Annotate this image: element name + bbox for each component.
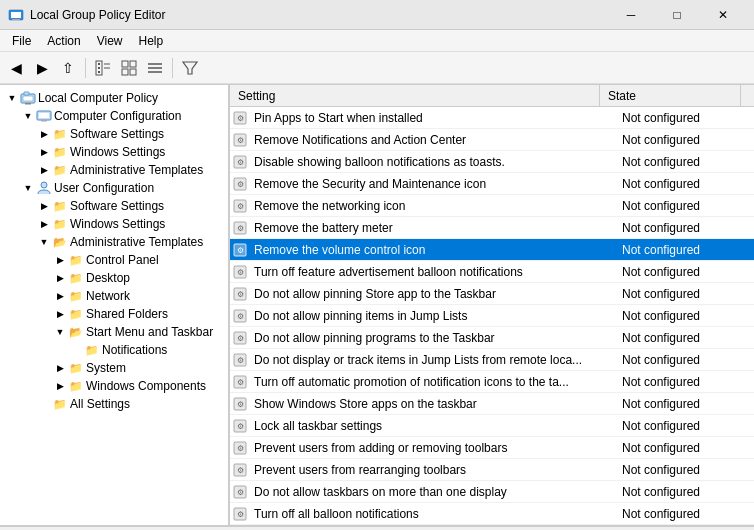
row-policy-icon: ⚙ [230, 353, 250, 367]
filter-button[interactable] [178, 56, 202, 80]
table-row[interactable]: ⚙Turn off feature advertisement balloon … [230, 261, 754, 283]
tree-windows-components[interactable]: ▶ 📁 Windows Components [0, 377, 228, 395]
table-row[interactable]: ⚙Remove the volume control iconNot confi… [230, 239, 754, 261]
row-policy-icon: ⚙ [230, 507, 250, 521]
maximize-button[interactable]: □ [654, 0, 700, 30]
svg-text:⚙: ⚙ [237, 422, 244, 431]
view2-button[interactable] [143, 56, 167, 80]
uc-expand[interactable]: ▼ [20, 180, 36, 196]
tree-shared-folders[interactable]: ▶ 📁 Shared Folders [0, 305, 228, 323]
sys-expand[interactable]: ▶ [52, 360, 68, 376]
svg-rect-2 [12, 19, 20, 20]
svg-text:⚙: ⚙ [237, 466, 244, 475]
menubar: File Action View Help [0, 30, 754, 52]
row-state-text: Not configured [614, 111, 754, 125]
window-controls[interactable]: ─ □ ✕ [608, 0, 746, 30]
svg-text:⚙: ⚙ [237, 246, 244, 255]
show-hide-button[interactable] [91, 56, 115, 80]
smt-expand[interactable]: ▼ [52, 324, 68, 340]
table-row[interactable]: ⚙Remove the Security and Maintenance ico… [230, 173, 754, 195]
table-row[interactable]: ⚙Show Windows Store apps on the taskbarN… [230, 393, 754, 415]
svg-point-24 [41, 182, 47, 188]
tree-panel[interactable]: ▼ Local Computer Policy ▼ Computer Confi… [0, 85, 230, 525]
ws2-expand[interactable]: ▶ [36, 216, 52, 232]
notif-expand[interactable] [68, 342, 84, 358]
table-row[interactable]: ⚙Pin Apps to Start when installedNot con… [230, 107, 754, 129]
tree-all-settings[interactable]: 📁 All Settings [0, 395, 228, 413]
table-row[interactable]: ⚙Do not allow taskbars on more than one … [230, 481, 754, 503]
forward-button[interactable]: ▶ [30, 56, 54, 80]
dt-expand[interactable]: ▶ [52, 270, 68, 286]
table-row[interactable]: ⚙Prevent users from adding or removing t… [230, 437, 754, 459]
menu-help[interactable]: Help [131, 32, 172, 50]
row-state-text: Not configured [614, 419, 754, 433]
menu-view[interactable]: View [89, 32, 131, 50]
col-setting-header[interactable]: Setting [230, 85, 600, 106]
view1-button[interactable] [117, 56, 141, 80]
ss-expand[interactable]: ▶ [36, 126, 52, 142]
tree-notifications[interactable]: 📁 Notifications [0, 341, 228, 359]
tree-user-config[interactable]: ▼ User Configuration [0, 179, 228, 197]
table-row[interactable]: ⚙Do not allow pinning programs to the Ta… [230, 327, 754, 349]
tree-admin-templates-2[interactable]: ▼ 📂 Administrative Templates [0, 233, 228, 251]
row-setting-text: Do not allow pinning programs to the Tas… [250, 331, 614, 345]
tree-control-panel[interactable]: ▶ 📁 Control Panel [0, 251, 228, 269]
table-row[interactable]: ⚙Do not allow pinning Store app to the T… [230, 283, 754, 305]
at1-expand[interactable]: ▶ [36, 162, 52, 178]
close-button[interactable]: ✕ [700, 0, 746, 30]
tree-start-menu[interactable]: ▼ 📂 Start Menu and Taskbar [0, 323, 228, 341]
minimize-button[interactable]: ─ [608, 0, 654, 30]
svg-rect-6 [98, 71, 100, 73]
tree-software-settings-2[interactable]: ▶ 📁 Software Settings [0, 197, 228, 215]
row-setting-text: Do not allow pinning Store app to the Ta… [250, 287, 614, 301]
row-policy-icon: ⚙ [230, 265, 250, 279]
svg-text:⚙: ⚙ [237, 136, 244, 145]
tree-network[interactable]: ▶ 📁 Network [0, 287, 228, 305]
cp-expand[interactable]: ▶ [52, 252, 68, 268]
root-label: Local Computer Policy [38, 91, 158, 105]
row-setting-text: Pin Apps to Start when installed [250, 111, 614, 125]
at2-expand[interactable]: ▼ [36, 234, 52, 250]
back-button[interactable]: ◀ [4, 56, 28, 80]
table-row[interactable]: ⚙Remove the battery meterNot configured [230, 217, 754, 239]
tree-windows-settings[interactable]: ▶ 📁 Windows Settings [0, 143, 228, 161]
wc-expand[interactable]: ▶ [52, 378, 68, 394]
table-row[interactable]: ⚙Remove Notifications and Action CenterN… [230, 129, 754, 151]
col-state-header[interactable]: State [600, 89, 740, 103]
svg-rect-23 [41, 120, 47, 122]
table-row[interactable]: ⚙Disable showing balloon notifications a… [230, 151, 754, 173]
menu-file[interactable]: File [4, 32, 39, 50]
table-row[interactable]: ⚙Do not allow pinning items in Jump List… [230, 305, 754, 327]
tree-computer-config[interactable]: ▼ Computer Configuration [0, 107, 228, 125]
net-expand[interactable]: ▶ [52, 288, 68, 304]
svg-text:⚙: ⚙ [237, 158, 244, 167]
root-icon [20, 90, 36, 106]
table-row[interactable]: ⚙Prevent users from rearranging toolbars… [230, 459, 754, 481]
window-title: Local Group Policy Editor [30, 8, 608, 22]
ws2-label: Windows Settings [70, 217, 165, 231]
up-button[interactable]: ⇧ [56, 56, 80, 80]
table-row[interactable]: ⚙Remove the networking iconNot configure… [230, 195, 754, 217]
sf-expand[interactable]: ▶ [52, 306, 68, 322]
row-setting-text: Show Windows Store apps on the taskbar [250, 397, 614, 411]
tree-desktop[interactable]: ▶ 📁 Desktop [0, 269, 228, 287]
tree-windows-settings-2[interactable]: ▶ 📁 Windows Settings [0, 215, 228, 233]
ss2-expand[interactable]: ▶ [36, 198, 52, 214]
root-expand[interactable]: ▼ [4, 90, 20, 106]
menu-action[interactable]: Action [39, 32, 88, 50]
tree-system[interactable]: ▶ 📁 System [0, 359, 228, 377]
row-policy-icon: ⚙ [230, 375, 250, 389]
tree-software-settings[interactable]: ▶ 📁 Software Settings [0, 125, 228, 143]
cc-expand[interactable]: ▼ [20, 108, 36, 124]
tree-admin-templates-1[interactable]: ▶ 📁 Administrative Templates [0, 161, 228, 179]
tree-root[interactable]: ▼ Local Computer Policy [0, 89, 228, 107]
as-expand[interactable] [36, 396, 52, 412]
table-row[interactable]: ⚙Lock all taskbar settingsNot configured [230, 415, 754, 437]
svg-rect-18 [23, 96, 33, 101]
ws-expand[interactable]: ▶ [36, 144, 52, 160]
table-row[interactable]: ⚙Turn off automatic promotion of notific… [230, 371, 754, 393]
table-row[interactable]: ⚙Do not display or track items in Jump L… [230, 349, 754, 371]
sf-icon: 📁 [68, 306, 84, 322]
list-scroll[interactable]: ⚙Pin Apps to Start when installedNot con… [230, 107, 754, 525]
table-row[interactable]: ⚙Turn off all balloon notificationsNot c… [230, 503, 754, 525]
